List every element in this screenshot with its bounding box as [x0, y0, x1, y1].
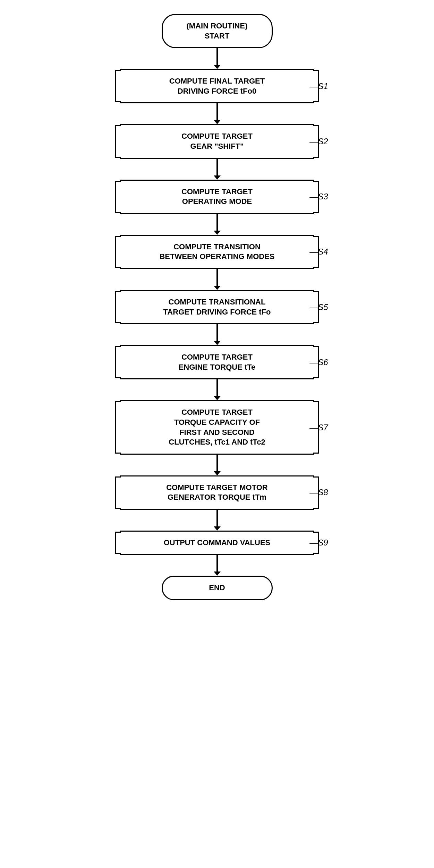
label-s3: —S3	[309, 192, 328, 201]
arrow-8	[216, 510, 218, 531]
label-s1: —S1	[309, 81, 328, 91]
end-node: END	[162, 576, 273, 600]
step-s3: COMPUTE TARGET OPERATING MODE —S3	[96, 180, 339, 214]
process-s4-text: COMPUTE TRANSITION BETWEEN OPERATING MOD…	[159, 242, 274, 261]
step-s5: COMPUTE TRANSITIONAL TARGET DRIVING FORC…	[96, 290, 339, 324]
arrow-line	[216, 103, 218, 121]
arrow-line	[216, 48, 218, 66]
process-s8: COMPUTE TARGET MOTOR GENERATOR TORQUE tT…	[120, 475, 314, 510]
process-s2-text: COMPUTE TARGET GEAR "SHIFT"	[181, 132, 253, 151]
process-s2: COMPUTE TARGET GEAR "SHIFT"	[120, 124, 314, 158]
label-s7: —S7	[309, 423, 328, 432]
arrow-9	[216, 555, 218, 576]
arrow-line	[216, 214, 218, 231]
process-s6: COMPUTE TARGET ENGINE TORQUE tTe	[120, 345, 314, 379]
step-s2: COMPUTE TARGET GEAR "SHIFT" —S2	[96, 124, 339, 158]
arrow-line	[216, 510, 218, 527]
start-node: (MAIN ROUTINE) START	[162, 14, 273, 48]
step-s4: COMPUTE TRANSITION BETWEEN OPERATING MOD…	[96, 235, 339, 269]
label-s2: —S2	[309, 137, 328, 146]
arrow-7	[216, 455, 218, 475]
label-s9: —S9	[309, 538, 328, 548]
step-s6: COMPUTE TARGET ENGINE TORQUE tTe —S6	[96, 345, 339, 379]
step-s1: COMPUTE FINAL TARGET DRIVING FORCE tFo0 …	[96, 69, 339, 103]
flowchart: (MAIN ROUTINE) START COMPUTE FINAL TARGE…	[96, 14, 339, 600]
process-s7: COMPUTE TARGET TORQUE CAPACITY OF FIRST …	[120, 400, 314, 454]
label-s4: —S4	[309, 247, 328, 257]
process-s8-text: COMPUTE TARGET MOTOR GENERATOR TORQUE tT…	[166, 483, 268, 502]
process-s9: OUTPUT COMMAND VALUES	[120, 531, 314, 555]
arrow-line	[216, 324, 218, 342]
process-s4: COMPUTE TRANSITION BETWEEN OPERATING MOD…	[120, 235, 314, 269]
arrow-5	[216, 324, 218, 345]
end-label: END	[209, 583, 225, 592]
process-s9-text: OUTPUT COMMAND VALUES	[164, 538, 271, 547]
arrow-0	[216, 48, 218, 69]
process-s6-text: COMPUTE TARGET ENGINE TORQUE tTe	[179, 353, 256, 371]
process-s5-text: COMPUTE TRANSITIONAL TARGET DRIVING FORC…	[163, 298, 271, 316]
start-label: (MAIN ROUTINE) START	[187, 22, 248, 40]
process-s1: COMPUTE FINAL TARGET DRIVING FORCE tFo0	[120, 69, 314, 103]
process-s1-text: COMPUTE FINAL TARGET DRIVING FORCE tFo0	[169, 77, 265, 95]
step-s7: COMPUTE TARGET TORQUE CAPACITY OF FIRST …	[96, 400, 339, 454]
label-s8: —S8	[309, 488, 328, 497]
arrow-6	[216, 379, 218, 400]
arrow-1	[216, 103, 218, 124]
step-s9: OUTPUT COMMAND VALUES —S9	[96, 531, 339, 555]
process-s5: COMPUTE TRANSITIONAL TARGET DRIVING FORC…	[120, 290, 314, 324]
arrow-line	[216, 269, 218, 286]
label-s5: —S5	[309, 302, 328, 312]
arrow-line	[216, 455, 218, 472]
arrow-2	[216, 159, 218, 180]
arrow-3	[216, 214, 218, 235]
step-s8: COMPUTE TARGET MOTOR GENERATOR TORQUE tT…	[96, 475, 339, 510]
arrow-line	[216, 555, 218, 572]
process-s3: COMPUTE TARGET OPERATING MODE	[120, 180, 314, 214]
process-s3-text: COMPUTE TARGET OPERATING MODE	[181, 187, 253, 206]
arrow-line	[216, 379, 218, 397]
process-s7-text: COMPUTE TARGET TORQUE CAPACITY OF FIRST …	[169, 408, 265, 446]
arrow-line	[216, 159, 218, 176]
arrow-4	[216, 269, 218, 290]
label-s6: —S6	[309, 358, 328, 367]
